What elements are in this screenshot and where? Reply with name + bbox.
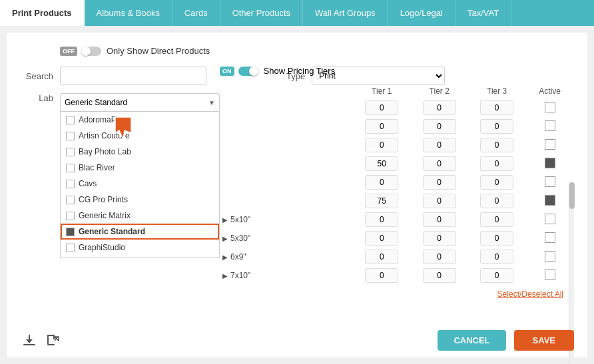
tier1-input[interactable]	[365, 268, 398, 283]
check-graphistudio[interactable]	[66, 244, 75, 252]
toggle-on-row: ON Show Pricing Tiers	[220, 66, 574, 76]
check-bay[interactable]	[66, 148, 75, 156]
row-label: ▶6x9"	[222, 252, 350, 262]
tier2-input[interactable]	[423, 138, 456, 152]
svg-marker-0	[115, 117, 131, 140]
check-artisan[interactable]	[66, 132, 75, 140]
tier3-input[interactable]	[480, 156, 513, 171]
tier1-input[interactable]	[365, 250, 398, 264]
tier2-input[interactable]	[423, 212, 456, 227]
dropdown-item-graphistudio[interactable]: GraphiStudio	[61, 240, 219, 256]
dropdown-item-canvs[interactable]: Cavs	[61, 176, 219, 192]
check-black-river[interactable]	[66, 164, 75, 172]
download-button[interactable]	[20, 331, 39, 350]
tier2-input[interactable]	[423, 268, 456, 283]
save-button[interactable]: SAVE	[514, 330, 574, 351]
app-container: Print ProductsAlbums & BooksCardsOther P…	[0, 0, 594, 357]
tier2-input[interactable]	[423, 231, 456, 246]
dropdown-item-gta[interactable]: GTA Imaging	[61, 256, 219, 258]
tier3-input[interactable]	[480, 175, 513, 190]
col-header-tier3: Tier 3	[468, 84, 525, 98]
active-checkbox[interactable]	[545, 102, 555, 112]
tier3-input[interactable]	[480, 212, 513, 227]
select-deselect-row: Select/Deselect All	[220, 289, 574, 299]
active-checkbox[interactable]	[545, 158, 555, 168]
tab-wall-art-groups[interactable]: Wall Art Groups	[303, 0, 388, 26]
cursor-arrow	[110, 116, 137, 144]
tier3-input[interactable]	[480, 250, 513, 264]
tier3-input[interactable]	[480, 194, 513, 208]
tier3-input[interactable]	[480, 231, 513, 246]
tier1-input[interactable]	[365, 175, 398, 190]
table-row	[220, 136, 574, 154]
check-canvs[interactable]	[66, 180, 75, 188]
tier3-input[interactable]	[480, 268, 513, 283]
col-header-active: Active	[525, 84, 574, 98]
lab-label: Lab	[20, 93, 60, 103]
dropdown-item-bay[interactable]: Bay Photo Lab	[61, 144, 219, 160]
dropdown-item-artisan[interactable]: Artisn Couture	[61, 128, 219, 144]
dropdown-item-black-river[interactable]: Blac River	[61, 160, 219, 176]
tab-other-products[interactable]: Other Products	[220, 0, 303, 26]
pricing-section: ON Show Pricing Tiers Tier 1 Tier 2 Tier…	[220, 66, 574, 299]
tier2-input[interactable]	[423, 194, 456, 208]
active-checkbox[interactable]	[545, 120, 555, 131]
lab-select-display[interactable]: Generic Standard ▼	[60, 93, 220, 112]
dropdown-item-generic-matrix[interactable]: Generic Matrix	[61, 208, 219, 224]
cancel-button[interactable]: CANCEL	[438, 330, 505, 351]
table-row: ▶6x9"	[220, 248, 574, 266]
tier1-input[interactable]	[365, 194, 398, 208]
tier2-input[interactable]	[423, 100, 456, 115]
tab-print-products[interactable]: Print Products	[0, 0, 85, 26]
tier3-input[interactable]	[480, 119, 513, 134]
col-header-empty	[220, 84, 353, 98]
table-row	[220, 117, 574, 136]
lab-selected-value: Generic Standard	[65, 98, 208, 107]
tier2-input[interactable]	[423, 250, 456, 264]
table-row: ▶5x30"	[220, 229, 574, 248]
col-header-tier2: Tier 2	[410, 84, 467, 98]
tier1-input[interactable]	[365, 138, 398, 152]
tab-logo-legal[interactable]: Logo/Legal	[388, 0, 455, 26]
svg-rect-4	[47, 344, 55, 345]
active-checkbox[interactable]	[545, 214, 555, 224]
toggle-off-badge[interactable]: OFF	[60, 47, 77, 56]
active-checkbox[interactable]	[545, 270, 555, 280]
tier3-input[interactable]	[480, 100, 513, 115]
tab-tax-vat[interactable]: Tax/VAT	[455, 0, 511, 26]
tier1-input[interactable]	[365, 212, 398, 227]
tier3-input[interactable]	[480, 138, 513, 152]
dropdown-item-adoromapix[interactable]: AdoromaPix	[61, 112, 219, 128]
toggle-on-badge[interactable]: ON	[220, 67, 234, 76]
active-checkbox[interactable]	[545, 232, 555, 243]
tier-table: Tier 1 Tier 2 Tier 3 Active	[220, 84, 574, 285]
active-checkbox[interactable]	[545, 139, 555, 150]
tier2-input[interactable]	[423, 119, 456, 134]
tier1-input[interactable]	[365, 156, 398, 171]
check-cg[interactable]	[66, 196, 75, 204]
toggle-row: OFF Only Show Direct Products	[60, 46, 574, 56]
tab-albums-&-books[interactable]: Albums & Books	[85, 0, 172, 26]
tab-cards[interactable]: Cards	[172, 0, 220, 26]
tier1-input[interactable]	[365, 119, 398, 134]
check-adoromapix[interactable]	[66, 116, 75, 124]
active-checkbox[interactable]	[545, 176, 555, 187]
check-generic-standard[interactable]	[66, 228, 75, 236]
active-checkbox[interactable]	[545, 251, 555, 262]
check-generic-matrix[interactable]	[66, 212, 75, 220]
dropdown-item-cg[interactable]: CG Pro Prints	[61, 192, 219, 208]
dropdown-item-generic-standard[interactable]: Generic Standard	[61, 224, 219, 240]
export-icon	[47, 334, 60, 347]
export-button[interactable]	[44, 331, 63, 350]
tier1-input[interactable]	[365, 100, 398, 115]
scroll-thumb[interactable]	[569, 182, 575, 209]
table-row	[220, 98, 574, 117]
select-deselect-button[interactable]: Select/Deselect All	[497, 289, 563, 299]
active-checkbox[interactable]	[545, 195, 555, 206]
search-input[interactable]	[60, 67, 206, 85]
tier1-input[interactable]	[365, 231, 398, 246]
tier2-input[interactable]	[423, 175, 456, 190]
tier2-input[interactable]	[423, 156, 456, 171]
row-label: ▶5x10"	[222, 215, 350, 224]
row-label: ▶7x10"	[222, 271, 350, 280]
